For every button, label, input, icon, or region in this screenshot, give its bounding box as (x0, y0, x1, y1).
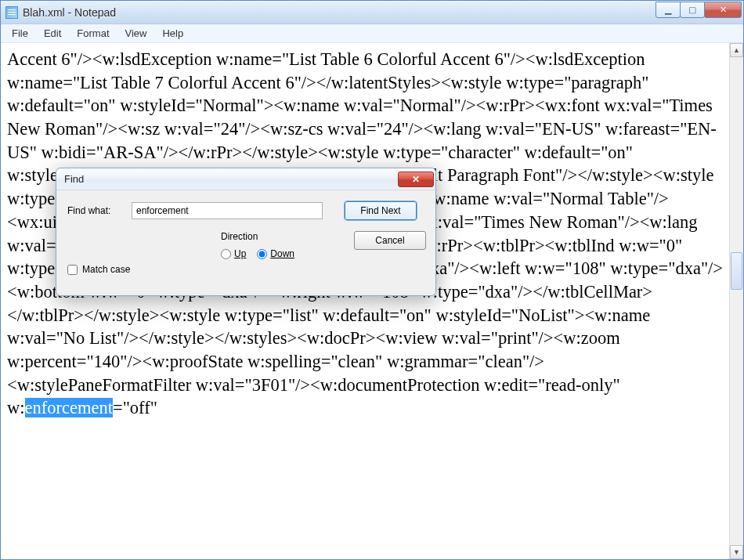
direction-up-radio[interactable]: Up (221, 248, 246, 259)
menubar: File Edit Format View Help (1, 24, 743, 43)
notepad-icon (5, 6, 18, 19)
menu-help[interactable]: Help (154, 26, 191, 41)
direction-group: Direction Up Down (221, 231, 294, 259)
find-dialog-body: Find what: Find Next Direction Up (56, 190, 435, 283)
minimize-icon: ▁ (665, 5, 671, 15)
direction-down-input[interactable] (257, 249, 267, 259)
window-title: Blah.xml - Notepad (23, 6, 656, 19)
direction-down-radio[interactable]: Down (257, 248, 294, 259)
match-case-checkbox[interactable] (67, 265, 78, 275)
direction-down-label: Down (270, 248, 294, 259)
text-after: ="off" (113, 398, 157, 417)
find-dialog-title: Find (64, 173, 84, 185)
cancel-label: Cancel (375, 235, 404, 246)
menu-edit[interactable]: Edit (36, 26, 69, 41)
direction-up-label: Up (234, 248, 246, 259)
scroll-track[interactable] (730, 57, 743, 545)
find-row: Find what: Find Next (67, 201, 426, 220)
vertical-scrollbar[interactable]: ▲ ▼ (729, 43, 743, 559)
find-next-label: Find Next (360, 205, 400, 216)
notepad-window: Blah.xml - Notepad ▁ ▢ ✕ File Edit Forma… (0, 0, 744, 560)
find-what-label: Find what: (67, 205, 124, 216)
maximize-button[interactable]: ▢ (680, 2, 705, 18)
match-case-row: Match case (67, 264, 426, 275)
maximize-icon: ▢ (688, 5, 696, 15)
menu-format[interactable]: Format (69, 26, 117, 41)
find-dialog-titlebar[interactable]: Find ✕ (56, 168, 435, 190)
minimize-button[interactable]: ▁ (656, 2, 681, 18)
titlebar[interactable]: Blah.xml - Notepad ▁ ▢ ✕ (1, 1, 743, 24)
menu-view[interactable]: View (117, 26, 155, 41)
cancel-button[interactable]: Cancel (354, 231, 426, 250)
direction-up-input[interactable] (221, 249, 231, 259)
direction-label: Direction (221, 231, 294, 242)
selection-highlight: enforcement (25, 398, 113, 417)
find-next-button[interactable]: Find Next (345, 201, 417, 220)
close-button[interactable]: ✕ (704, 2, 742, 18)
scroll-thumb[interactable] (731, 252, 742, 290)
find-dialog-close-button[interactable]: ✕ (398, 172, 434, 187)
scroll-up-button[interactable]: ▲ (730, 43, 743, 57)
find-dialog: Find ✕ Find what: Find Next Direction (56, 168, 436, 296)
close-icon: ✕ (412, 174, 420, 185)
match-case-label: Match case (82, 264, 130, 275)
close-icon: ✕ (720, 5, 727, 15)
editor-text[interactable]: Accent 6"/><w:lsdException w:name="List … (1, 43, 729, 559)
find-options-row: Direction Up Down Cancel (67, 231, 426, 259)
scroll-down-button[interactable]: ▼ (730, 545, 743, 559)
find-what-input[interactable] (132, 202, 323, 219)
editor-area: Accent 6"/><w:lsdException w:name="List … (1, 43, 743, 559)
window-controls: ▁ ▢ ✕ (656, 2, 742, 18)
menu-file[interactable]: File (4, 26, 36, 41)
